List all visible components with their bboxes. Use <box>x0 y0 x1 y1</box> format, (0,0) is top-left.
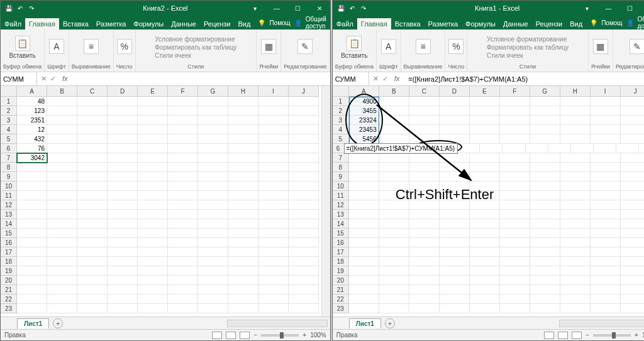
cell-B22[interactable] <box>379 295 409 304</box>
cell-F12[interactable] <box>500 200 530 210</box>
cell-E16[interactable] <box>138 238 168 247</box>
cell-C16[interactable] <box>409 238 440 247</box>
row-header[interactable]: 21 <box>333 285 349 295</box>
cell-G11[interactable] <box>530 191 560 200</box>
cell-E12[interactable] <box>138 200 168 210</box>
number-group[interactable]: % <box>117 39 132 55</box>
minimize-icon[interactable]: — <box>598 1 619 16</box>
cell-C20[interactable] <box>409 276 440 285</box>
select-all-corner[interactable] <box>1 86 17 97</box>
cell-D7[interactable] <box>440 153 470 163</box>
minimize-icon[interactable]: — <box>266 1 287 16</box>
cell-F4[interactable] <box>500 125 530 134</box>
cell-D22[interactable] <box>108 295 138 304</box>
row-header[interactable]: 15 <box>333 229 349 238</box>
cell-A4[interactable]: 12 <box>17 125 47 134</box>
row-header[interactable]: 4 <box>333 125 349 134</box>
zoom-in-icon[interactable]: + <box>303 332 306 338</box>
cell-F9[interactable] <box>168 172 198 181</box>
cell-G16[interactable] <box>198 238 228 247</box>
column-header[interactable]: D <box>440 86 470 97</box>
cell-I17[interactable] <box>591 247 621 257</box>
tab-review[interactable]: Рецензи <box>532 18 567 30</box>
row-header[interactable]: 21 <box>1 285 17 295</box>
cell-E2[interactable] <box>138 106 168 116</box>
cell-J18[interactable] <box>621 257 644 266</box>
column-header[interactable]: B <box>47 86 77 97</box>
cell-G2[interactable] <box>198 106 228 116</box>
cell-B22[interactable] <box>47 295 77 304</box>
cell-G17[interactable] <box>530 247 560 257</box>
cell-A20[interactable] <box>349 276 379 285</box>
cell-I16[interactable] <box>591 238 621 247</box>
tab-home[interactable]: Главная <box>25 18 59 30</box>
column-header[interactable]: G <box>530 86 560 97</box>
cell-D11[interactable] <box>108 191 138 200</box>
cell-J17[interactable] <box>621 247 644 257</box>
cell-F15[interactable] <box>168 229 198 238</box>
cell-A16[interactable] <box>349 238 379 247</box>
conditional-formatting[interactable]: Условное форматирование <box>155 35 236 43</box>
cell-J10[interactable] <box>289 181 319 191</box>
select-all-corner[interactable] <box>333 86 349 97</box>
cell-G15[interactable] <box>198 229 228 238</box>
cell-D3[interactable] <box>440 116 470 125</box>
cell-B15[interactable] <box>379 229 409 238</box>
cancel-icon[interactable]: ✕ <box>373 75 379 83</box>
cell-I19[interactable] <box>591 266 621 276</box>
cell-F22[interactable] <box>500 295 530 304</box>
cell-J20[interactable] <box>289 276 319 285</box>
cell-G14[interactable] <box>530 219 560 229</box>
row-header[interactable]: 9 <box>1 172 17 181</box>
cell-H8[interactable] <box>560 163 591 172</box>
cell-J1[interactable] <box>289 97 319 106</box>
cell-D16[interactable] <box>108 238 138 247</box>
cell-A18[interactable] <box>349 257 379 266</box>
cell-E10[interactable] <box>138 181 168 191</box>
zoom-in-icon[interactable]: + <box>635 332 638 338</box>
save-icon[interactable]: 💾 <box>336 4 345 13</box>
cell-C14[interactable] <box>77 219 108 229</box>
cell-G4[interactable] <box>198 125 228 134</box>
cell-D21[interactable] <box>440 285 470 295</box>
row-header[interactable]: 14 <box>333 219 349 229</box>
cell-J8[interactable] <box>621 163 644 172</box>
cell-I4[interactable] <box>591 125 621 134</box>
row-header[interactable]: 3 <box>1 116 17 125</box>
cell-H4[interactable] <box>560 125 591 134</box>
fx-icon[interactable]: fx <box>60 75 70 83</box>
cell-E15[interactable] <box>138 229 168 238</box>
cell-G18[interactable] <box>198 257 228 266</box>
cell-H3[interactable] <box>560 116 591 125</box>
cell-D17[interactable] <box>440 247 470 257</box>
page-break-view-icon[interactable] <box>240 332 250 339</box>
cell-G7[interactable] <box>530 153 560 163</box>
cell-D18[interactable] <box>108 257 138 266</box>
cell-B17[interactable] <box>47 247 77 257</box>
cell-D4[interactable] <box>108 125 138 134</box>
cell-G18[interactable] <box>530 257 560 266</box>
tab-view[interactable]: Вид <box>566 18 586 30</box>
row-header[interactable]: 7 <box>333 153 349 163</box>
row-header[interactable]: 20 <box>1 276 17 285</box>
cell-C21[interactable] <box>77 285 108 295</box>
cell-E14[interactable] <box>138 219 168 229</box>
cell-I22[interactable] <box>591 295 621 304</box>
worksheet-grid[interactable]: ABCDEFGHIJ148212332351412543267673042891… <box>1 86 330 317</box>
cell-H21[interactable] <box>560 285 591 295</box>
cell-B3[interactable] <box>47 116 77 125</box>
number-group[interactable]: % <box>448 39 464 55</box>
tab-layout[interactable]: Разметка <box>92 18 130 30</box>
cell-F17[interactable] <box>168 247 198 257</box>
cell-J3[interactable] <box>289 116 319 125</box>
cell-H6[interactable] <box>594 144 616 153</box>
cell-G21[interactable] <box>530 285 560 295</box>
cell-H17[interactable] <box>228 247 258 257</box>
cell-C3[interactable] <box>409 116 440 125</box>
cell-F21[interactable] <box>500 285 530 295</box>
cell-H20[interactable] <box>560 276 591 285</box>
row-header[interactable]: 8 <box>333 163 349 172</box>
tab-data[interactable]: Данные <box>167 18 200 30</box>
cell-F19[interactable] <box>168 266 198 276</box>
cell-D10[interactable] <box>108 181 138 191</box>
